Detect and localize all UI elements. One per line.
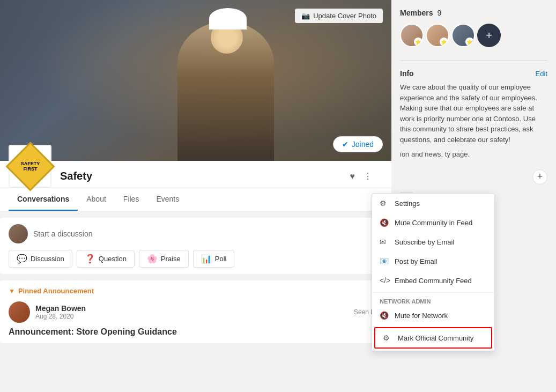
favorite-button[interactable]: ♥ (348, 169, 358, 183)
joined-label: Joined (352, 140, 374, 149)
post-author-name: Megan Bowen (35, 304, 349, 313)
tab-conversations[interactable]: Conversations (9, 188, 78, 211)
dropdown-subscribe-email[interactable]: ✉ Subscribe by Email (372, 232, 494, 252)
members-section: Members 9 ⭐ ⭐ ⭐ + (400, 9, 547, 47)
member-avatar-2[interactable]: ⭐ (426, 24, 449, 47)
more-icon: ⋮ (364, 172, 372, 181)
heart-icon: ♥ (350, 172, 355, 181)
info-edit-button[interactable]: Edit (536, 70, 547, 78)
discussion-placeholder[interactable]: Start a discussion (33, 230, 93, 238)
question-button[interactable]: ❓ Question (77, 250, 135, 268)
discussion-icon: 💬 (17, 254, 27, 264)
update-cover-label: Update Cover Photo (313, 12, 376, 20)
mark-official-icon: ⚙ (383, 334, 392, 342)
poll-button[interactable]: 📊 Poll (193, 250, 235, 268)
post-author-info: Megan Bowen Aug 28, 2020 (35, 304, 349, 320)
praise-button[interactable]: 🌸 Praise (139, 250, 189, 268)
add-member-button[interactable]: + (477, 24, 501, 47)
poll-icon: 📊 (201, 254, 212, 264)
community-logo: SAFETY FIRST (9, 145, 51, 188)
user-avatar (9, 224, 28, 243)
network-admin-label: Network admin (372, 295, 494, 306)
info-section: Info Edit We care about the quality of o… (400, 69, 547, 160)
expand-area: + (400, 168, 547, 186)
community-name: Safety (60, 170, 92, 182)
post-title: Announcement: Store Opening Guidance (9, 327, 383, 337)
mute-network-icon: 🔇 (380, 311, 389, 320)
pinned-section: ▼ Pinned Announcement Megan Bowen Aug 28… (0, 280, 391, 343)
info-description: We care about the quality of our employe… (400, 82, 547, 145)
discussion-area: Start a discussion 💬 Discussion ❓ Questi… (0, 218, 391, 274)
dropdown-menu: ⚙ Settings 🔇 Mute Community in Feed ✉ Su… (372, 193, 495, 351)
cover-photo: 📷 Update Cover Photo ✔ Joined (0, 0, 391, 161)
dropdown-mute-community[interactable]: 🔇 Mute Community in Feed (372, 213, 494, 232)
safety-diamond: SAFETY FIRST (5, 142, 55, 191)
member-avatars: ⭐ ⭐ ⭐ + (400, 24, 547, 47)
dropdown-settings[interactable]: ⚙ Settings (372, 194, 494, 213)
camera-icon: 📷 (301, 12, 310, 20)
embed-icon: </> (380, 276, 389, 285)
mute-icon: 🔇 (380, 218, 389, 227)
check-icon: ✔ (342, 140, 349, 149)
tab-about[interactable]: About (78, 188, 115, 211)
question-icon: ❓ (85, 254, 95, 264)
expand-icon: + (537, 171, 543, 182)
divider-1 (400, 60, 547, 61)
dropdown-mute-network[interactable]: 🔇 Mute for Network (372, 306, 494, 325)
praise-icon: 🌸 (147, 254, 158, 264)
tab-events[interactable]: Events (147, 188, 188, 211)
dropdown-embed-feed[interactable]: </> Embed Community Feed (372, 271, 494, 290)
members-count: 9 (437, 9, 441, 17)
member-avatar-3[interactable]: ⭐ (451, 24, 475, 47)
info-description-2: ion and news, ty page. (400, 149, 547, 160)
member-avatar-1[interactable]: ⭐ (400, 24, 424, 47)
more-options-button[interactable]: ⋮ (361, 169, 374, 183)
post-date: Aug 28, 2020 (35, 313, 349, 320)
info-label: Info (400, 69, 414, 78)
expand-button[interactable]: + (532, 169, 547, 184)
post-author-avatar (9, 301, 30, 323)
post-type-buttons: 💬 Discussion ❓ Question 🌸 Praise 📊 Poll (9, 250, 383, 268)
dropdown-post-email[interactable]: 📧 Post by Email (372, 252, 494, 271)
update-cover-button[interactable]: 📷 Update Cover Photo (295, 9, 383, 23)
members-label: Members (400, 9, 433, 17)
logo-text: SAFETY FIRST (20, 161, 40, 172)
dropdown-mark-official[interactable]: ⚙ Mark Official Community (374, 327, 492, 349)
pinned-chevron-icon: ▼ (9, 287, 15, 295)
post-email-icon: 📧 (380, 257, 389, 265)
plus-icon: + (486, 29, 492, 42)
tabs-bar: Conversations About Files Events (0, 188, 391, 211)
email-icon: ✉ (380, 238, 389, 246)
dropdown-divider (372, 292, 494, 293)
settings-icon: ⚙ (380, 199, 389, 208)
community-header: SAFETY FIRST Safety ♥ ⋮ (0, 161, 391, 188)
tab-files[interactable]: Files (115, 188, 148, 211)
pinned-label: Pinned Announcement (18, 287, 94, 295)
joined-button[interactable]: ✔ Joined (333, 136, 383, 152)
discussion-button[interactable]: 💬 Discussion (9, 250, 72, 268)
